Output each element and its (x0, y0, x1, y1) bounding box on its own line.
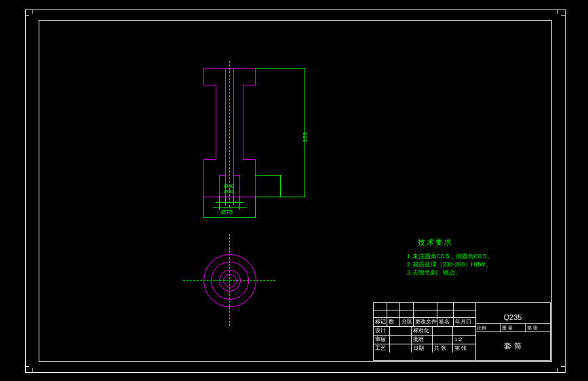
tech-req-line: 3.去除毛刺、锐边。 (407, 268, 461, 277)
dim-ext-line (239, 197, 240, 210)
frame-tick (557, 368, 558, 372)
front-view-edge (255, 159, 256, 197)
tb-label: 标准化 (412, 327, 433, 335)
tb-label: 标记 (374, 318, 387, 326)
tb-label: 第 张 (526, 324, 550, 332)
dim-ext-line (233, 197, 234, 205)
dim-ext-line (255, 68, 306, 69)
front-view-edge (203, 159, 216, 160)
frame-tick (561, 366, 565, 367)
front-view-bore-edge (233, 68, 234, 197)
bottom-view-inner-circle-2 (223, 274, 237, 287)
dim-ext-line (255, 197, 256, 218)
tb-label: 批准 (412, 336, 433, 344)
frame-tick (557, 9, 558, 14)
tb-label: 比例 (475, 324, 501, 332)
tb-label: 分区 (400, 318, 414, 326)
tb-label: 设计 (374, 327, 390, 335)
tb-label: 年月日 (454, 318, 475, 326)
tb-label: 日期 (412, 344, 433, 353)
tb-label: 重 量 (501, 324, 526, 332)
front-view-bore-edge (219, 175, 220, 197)
front-view-bore-edge (239, 175, 240, 197)
dim-value-height: 123 (302, 132, 309, 142)
frame-tick (561, 15, 565, 16)
tb-label: 第 张 (453, 344, 475, 353)
frame-tick (32, 368, 33, 372)
dim-value-outer-dia: Ø78 (221, 209, 233, 216)
front-view-edge (203, 159, 204, 197)
front-view-bore-edge (233, 175, 240, 176)
frame-tick (25, 366, 29, 367)
front-view-bore-edge (225, 68, 226, 197)
dim-ext-line (203, 197, 204, 218)
dim-ext-line (225, 197, 226, 205)
front-view-edge (203, 85, 216, 85)
tb-label: 数 (387, 318, 401, 326)
tb-label: 工艺 (374, 344, 390, 353)
front-view-edge (255, 68, 256, 85)
dim-value-bore2: Ø52 (224, 188, 234, 195)
tb-label: 审核 (374, 336, 390, 344)
tb-label: 1:2 (453, 336, 475, 344)
dim-line (213, 207, 247, 208)
dim-ext-line (255, 175, 282, 176)
tb-label: 共 张 (433, 344, 454, 353)
tb-label: 更改文件 (414, 318, 437, 326)
front-view-edge (203, 68, 204, 85)
front-view-edge (216, 85, 216, 159)
dim-ext-line (219, 197, 220, 210)
tech-req-title: 技术要求 (418, 237, 453, 247)
front-view-edge (243, 159, 256, 160)
frame-tick (32, 9, 33, 14)
dim-line (280, 175, 281, 197)
frame-tick (25, 15, 29, 16)
titleblock-partname: 套 筒 (475, 332, 550, 360)
dim-line (203, 217, 256, 218)
titleblock: Q235 套 筒 标记 数 (373, 302, 551, 361)
front-view-edge (243, 85, 256, 85)
front-view-edge (243, 85, 243, 159)
tb-label: 签名 (437, 318, 454, 326)
dim-line (216, 202, 244, 203)
front-view-bore-edge (219, 175, 226, 176)
